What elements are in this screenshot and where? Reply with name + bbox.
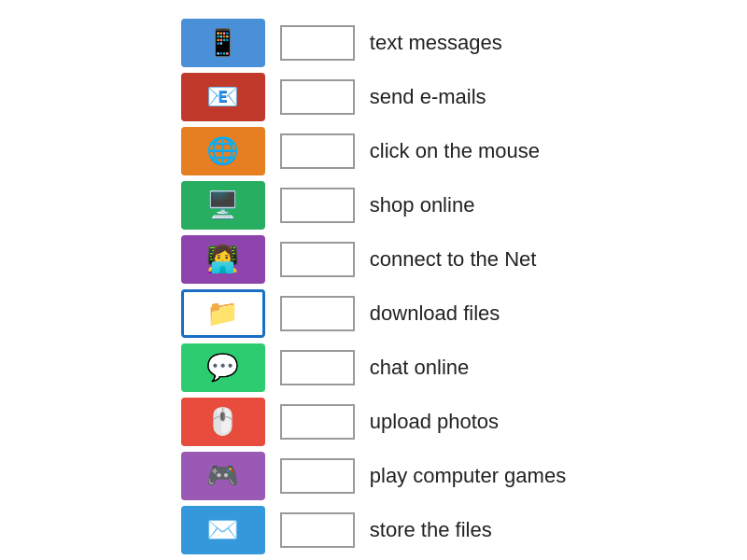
answer-input-9[interactable] <box>280 458 355 494</box>
image-box-2: 📧 <box>181 73 265 121</box>
answer-input-7[interactable] <box>280 350 355 385</box>
main-container: 📱text messages📧send e-mails🌐click on the… <box>162 9 585 560</box>
item-icon-6: 📁 <box>206 301 239 327</box>
item-label-2: send e-mails <box>370 85 486 109</box>
matching-row: 🖱️upload photos <box>181 398 566 446</box>
matching-row: 👩‍💻connect to the Net <box>181 235 566 284</box>
matching-row: 🖥️shop online <box>181 181 566 230</box>
matching-row: 🎮play computer games <box>181 452 566 500</box>
answer-input-10[interactable] <box>280 512 355 548</box>
answer-input-4[interactable] <box>280 188 355 223</box>
item-icon-9: 🎮 <box>206 463 239 489</box>
item-label-5: connect to the Net <box>370 247 537 272</box>
item-icon-1: 📱 <box>206 30 239 56</box>
item-icon-2: 📧 <box>206 84 239 110</box>
item-label-7: chat online <box>370 356 469 380</box>
matching-row: 📱text messages <box>181 19 566 67</box>
answer-input-3[interactable] <box>280 133 355 169</box>
image-box-8: 🖱️ <box>181 398 265 446</box>
answer-input-6[interactable] <box>280 296 355 331</box>
item-icon-5: 👩‍💻 <box>206 246 239 273</box>
answer-input-1[interactable] <box>280 25 355 61</box>
image-box-4: 🖥️ <box>181 181 265 230</box>
matching-row: 💬chat online <box>181 343 566 392</box>
matching-row: 🌐click on the mouse <box>181 127 566 175</box>
matching-row: 📧send e-mails <box>181 73 566 121</box>
item-icon-10: ✉️ <box>206 517 239 543</box>
item-label-4: shop online <box>370 193 475 217</box>
image-box-3: 🌐 <box>181 127 265 175</box>
matching-row: 📁download files <box>181 289 566 338</box>
item-label-8: upload photos <box>370 410 499 434</box>
answer-input-5[interactable] <box>280 242 355 277</box>
image-box-1: 📱 <box>181 19 265 67</box>
image-box-9: 🎮 <box>181 452 265 500</box>
item-icon-8: 🖱️ <box>206 409 239 435</box>
answer-input-8[interactable] <box>280 404 355 440</box>
image-box-7: 💬 <box>181 343 265 392</box>
matching-row: ✉️store the files <box>181 506 566 554</box>
item-icon-3: 🌐 <box>206 138 239 164</box>
item-label-3: click on the mouse <box>370 139 540 163</box>
item-label-9: play computer games <box>370 464 566 488</box>
item-label-10: store the files <box>370 518 492 542</box>
answer-input-2[interactable] <box>280 79 355 115</box>
item-label-6: download files <box>370 301 500 326</box>
item-label-1: text messages <box>370 31 502 55</box>
item-icon-7: 💬 <box>206 355 239 381</box>
image-box-6: 📁 <box>181 289 265 338</box>
image-box-5: 👩‍💻 <box>181 235 265 284</box>
item-icon-4: 🖥️ <box>206 192 239 218</box>
image-box-10: ✉️ <box>181 506 265 554</box>
